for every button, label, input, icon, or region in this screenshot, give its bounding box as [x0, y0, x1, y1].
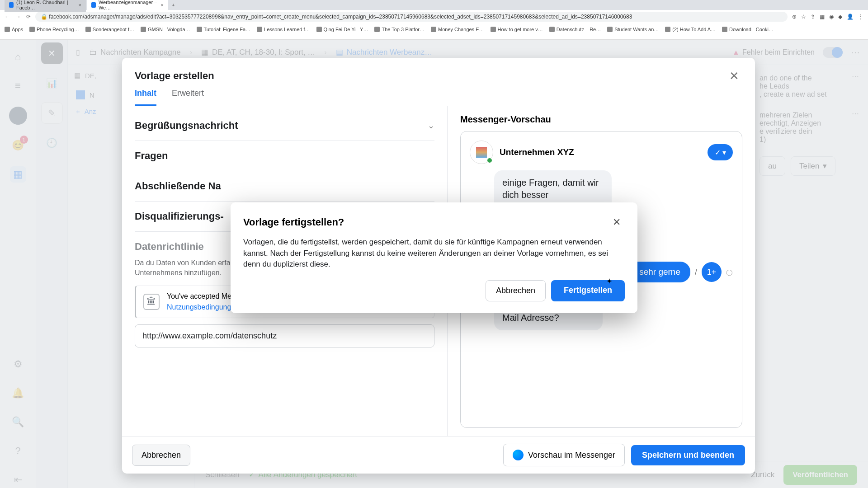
confirm-title: Vorlage fertigstellen?: [243, 216, 344, 228]
close-icon[interactable]: ×: [79, 2, 81, 8]
close-icon[interactable]: ✕: [609, 214, 625, 230]
forward-icon[interactable]: →: [15, 14, 21, 20]
apps-icon: [5, 27, 10, 32]
toolbar-right: ⊕ ☆ ⇪ ▦ ◉ ◆ 👤 ⋮: [792, 14, 863, 20]
tab-strip: (1) Leon R. Chaudhari | Faceb…× Werbeanz…: [0, 0, 868, 10]
bookmark[interactable]: (2) How To Add A…: [665, 27, 716, 32]
tab-title: (1) Leon R. Chaudhari | Faceb…: [16, 0, 76, 10]
bookmark[interactable]: GMSN - Vologda…: [141, 27, 190, 32]
bookmark[interactable]: How to get more v…: [491, 27, 543, 32]
bookmark[interactable]: Lessons Learned f…: [257, 27, 310, 32]
menu-icon[interactable]: ⋮: [858, 14, 863, 20]
new-tab-button[interactable]: +: [172, 2, 175, 8]
url-input[interactable]: 🔒 facebook.com/adsmanager/manage/ads/edi…: [35, 12, 788, 22]
bookmarks-bar: Apps Phone Recycling… Sonderangebot f… G…: [0, 23, 868, 35]
browser-tab[interactable]: Werbeanzeigenmanager – We…×: [87, 0, 168, 12]
lock-icon: 🔒: [41, 14, 49, 20]
cursor-icon: ✦: [607, 277, 612, 285]
url-text: facebook.com/adsmanager/manage/ads/edit?…: [49, 14, 632, 20]
bookmark[interactable]: Apps: [5, 27, 23, 32]
bookmark[interactable]: Qing Fei De Yi - Y…: [316, 27, 368, 32]
star-icon[interactable]: ☆: [801, 14, 806, 20]
bookmark[interactable]: Download - Cooki…: [722, 27, 774, 32]
cancel-button[interactable]: Abbrechen: [486, 280, 546, 301]
favicon-icon: [91, 2, 96, 8]
bookmark[interactable]: Datenschutz – Re…: [549, 27, 601, 32]
browser-tab[interactable]: (1) Leon R. Chaudhari | Faceb…×: [5, 0, 86, 12]
favicon-icon: [9, 2, 14, 8]
ext-icon[interactable]: ◉: [829, 14, 834, 20]
reload-icon[interactable]: ⟳: [26, 14, 31, 20]
confirm-modal: Vorlage fertigstellen? ✕ Vorlagen, die d…: [231, 202, 637, 313]
confirm-body: Vorlagen, die du fertigstellst, werden g…: [243, 237, 625, 270]
tab-title: Werbeanzeigenmanager – We…: [99, 0, 158, 10]
avatar-icon[interactable]: 👤: [847, 14, 854, 20]
ext-icon[interactable]: ▦: [820, 14, 825, 20]
nav-controls: ← → ⟳: [5, 14, 31, 20]
bookmark[interactable]: Sonderangebot f…: [85, 27, 134, 32]
zoom-icon[interactable]: ⊕: [792, 14, 797, 20]
confirm-button[interactable]: Fertigstellen✦: [551, 280, 625, 301]
bookmark[interactable]: Student Wants an…: [607, 27, 659, 32]
back-icon[interactable]: ←: [5, 14, 10, 20]
translate-icon[interactable]: ⇪: [811, 14, 815, 20]
ext-icon[interactable]: ◆: [838, 14, 842, 20]
bookmark[interactable]: Tutorial: Eigene Fa…: [197, 27, 251, 32]
bookmark[interactable]: Phone Recycling…: [29, 27, 79, 32]
bookmark[interactable]: Money Changes E…: [431, 27, 484, 32]
bookmark[interactable]: The Top 3 Platfor…: [374, 27, 425, 32]
browser-chrome: (1) Leon R. Chaudhari | Faceb…× Werbeanz…: [0, 0, 868, 40]
close-icon[interactable]: ×: [161, 2, 164, 8]
address-bar: ← → ⟳ 🔒 facebook.com/adsmanager/manage/a…: [0, 10, 868, 23]
